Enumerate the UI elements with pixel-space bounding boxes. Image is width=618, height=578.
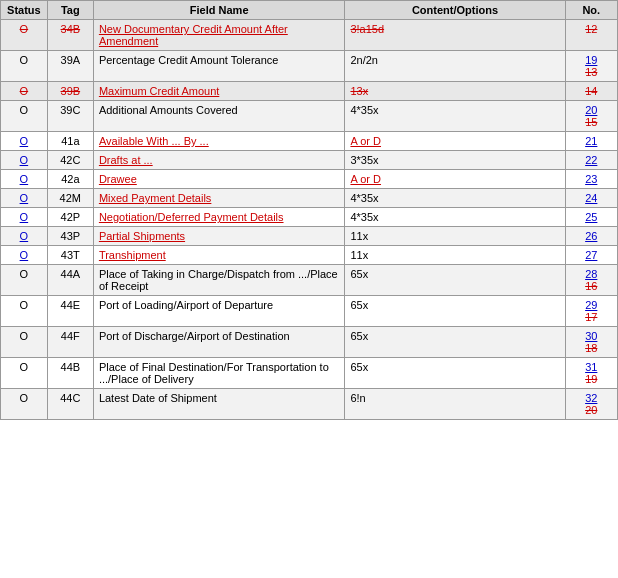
cell-field[interactable]: Drafts at ...	[93, 151, 345, 170]
cell-no[interactable]: 2917	[565, 296, 617, 327]
field-name-link[interactable]: Negotiation/Deferred Payment Details	[99, 211, 284, 223]
cell-no[interactable]: 2015	[565, 101, 617, 132]
no-link[interactable]: 22	[585, 154, 597, 166]
cell-no[interactable]: 22	[565, 151, 617, 170]
content-value: 13x	[350, 85, 368, 97]
no-link[interactable]: 32	[585, 392, 597, 404]
cell-field[interactable]: Transhipment	[93, 246, 345, 265]
no-secondary: 15	[585, 116, 597, 128]
cell-content: 4*35x	[345, 101, 565, 132]
no-link[interactable]: 19	[585, 54, 597, 66]
table-row: O39CAdditional Amounts Covered4*35x2015	[1, 101, 618, 132]
table-row: O39BMaximum Credit Amount13x14	[1, 82, 618, 101]
cell-no[interactable]: 27	[565, 246, 617, 265]
status-link[interactable]: O	[20, 230, 29, 242]
content-value: 65x	[350, 268, 368, 280]
table-row: O44CLatest Date of Shipment6!n3220	[1, 389, 618, 420]
status-link[interactable]: O	[20, 192, 29, 204]
no-secondary: 13	[585, 66, 597, 78]
field-name-link[interactable]: Drawee	[99, 173, 137, 185]
cell-tag: 39A	[47, 51, 93, 82]
tag-value: 42P	[61, 211, 81, 223]
no-link[interactable]: 30	[585, 330, 597, 342]
field-name: Port of Loading/Airport of Departure	[99, 299, 273, 311]
no-link[interactable]: 20	[585, 104, 597, 116]
cell-content: 65x	[345, 358, 565, 389]
status-link[interactable]: O	[20, 135, 29, 147]
field-name-link[interactable]: Transhipment	[99, 249, 166, 261]
tag-value: 43T	[61, 249, 80, 261]
no-link[interactable]: 27	[585, 249, 597, 261]
no-link[interactable]: 24	[585, 192, 597, 204]
cell-no[interactable]: 2816	[565, 265, 617, 296]
field-name-link[interactable]: Available With ... By ...	[99, 135, 209, 147]
no-link[interactable]: 25	[585, 211, 597, 223]
cell-no[interactable]: 3018	[565, 327, 617, 358]
status-link[interactable]: O	[20, 249, 29, 261]
tag-value: 44C	[60, 392, 80, 404]
field-name-link[interactable]: Partial Shipments	[99, 230, 185, 242]
cell-status[interactable]: O	[1, 227, 48, 246]
no-link[interactable]: 28	[585, 268, 597, 280]
status-value: O	[20, 23, 29, 35]
cell-no[interactable]: 3119	[565, 358, 617, 389]
cell-tag: 44A	[47, 265, 93, 296]
cell-tag: 44E	[47, 296, 93, 327]
cell-field[interactable]: Drawee	[93, 170, 345, 189]
cell-no[interactable]: 1913	[565, 51, 617, 82]
status-link[interactable]: O	[20, 173, 29, 185]
cell-status[interactable]: O	[1, 151, 48, 170]
table-row: O42aDraweeA or D23	[1, 170, 618, 189]
table-row: O34BNew Documentary Credit Amount After …	[1, 20, 618, 51]
status-value: O	[20, 85, 29, 97]
content-value: 4*35x	[350, 104, 378, 116]
cell-status[interactable]: O	[1, 189, 48, 208]
cell-status[interactable]: O	[1, 132, 48, 151]
cell-no[interactable]: 26	[565, 227, 617, 246]
no-link[interactable]: 23	[585, 173, 597, 185]
field-name: Maximum Credit Amount	[99, 85, 219, 97]
status-value: O	[1, 327, 48, 358]
field-name-link[interactable]: Drafts at ...	[99, 154, 153, 166]
status-value: O	[1, 51, 48, 82]
no-link[interactable]: 21	[585, 135, 597, 147]
field-name: Latest Date of Shipment	[99, 392, 217, 404]
status-link[interactable]: O	[20, 211, 29, 223]
cell-content: 11x	[345, 246, 565, 265]
cell-field[interactable]: Negotiation/Deferred Payment Details	[93, 208, 345, 227]
cell-no[interactable]: 21	[565, 132, 617, 151]
status-link[interactable]: O	[20, 154, 29, 166]
no-link[interactable]: 26	[585, 230, 597, 242]
cell-status[interactable]: O	[1, 246, 48, 265]
cell-tag: 43T	[47, 246, 93, 265]
no-secondary: 18	[585, 342, 597, 354]
no-link[interactable]: 31	[585, 361, 597, 373]
cell-no[interactable]: 3220	[565, 389, 617, 420]
tag-value: 39C	[60, 104, 80, 116]
cell-field[interactable]: Mixed Payment Details	[93, 189, 345, 208]
cell-field: Maximum Credit Amount	[93, 82, 345, 101]
cell-no: 14	[565, 82, 617, 101]
content-value: 65x	[350, 361, 368, 373]
cell-status[interactable]: O	[1, 170, 48, 189]
cell-no[interactable]: 23	[565, 170, 617, 189]
field-name-link[interactable]: Mixed Payment Details	[99, 192, 212, 204]
cell-field[interactable]: Partial Shipments	[93, 227, 345, 246]
no-link[interactable]: 29	[585, 299, 597, 311]
content-value: 11x	[350, 249, 368, 261]
cell-tag: 44B	[47, 358, 93, 389]
cell-content: 13x	[345, 82, 565, 101]
cell-field[interactable]: Available With ... By ...	[93, 132, 345, 151]
tag-value: 39B	[61, 85, 81, 97]
cell-no[interactable]: 25	[565, 208, 617, 227]
content-link[interactable]: A or D	[350, 135, 381, 147]
cell-no[interactable]: 24	[565, 189, 617, 208]
table-row: O43PPartial Shipments11x26	[1, 227, 618, 246]
cell-tag: 44F	[47, 327, 93, 358]
cell-tag: 42a	[47, 170, 93, 189]
cell-status: O	[1, 20, 48, 51]
tag-value: 44F	[61, 330, 80, 342]
tag-value: 44B	[61, 361, 81, 373]
cell-status[interactable]: O	[1, 208, 48, 227]
content-link[interactable]: A or D	[350, 173, 381, 185]
